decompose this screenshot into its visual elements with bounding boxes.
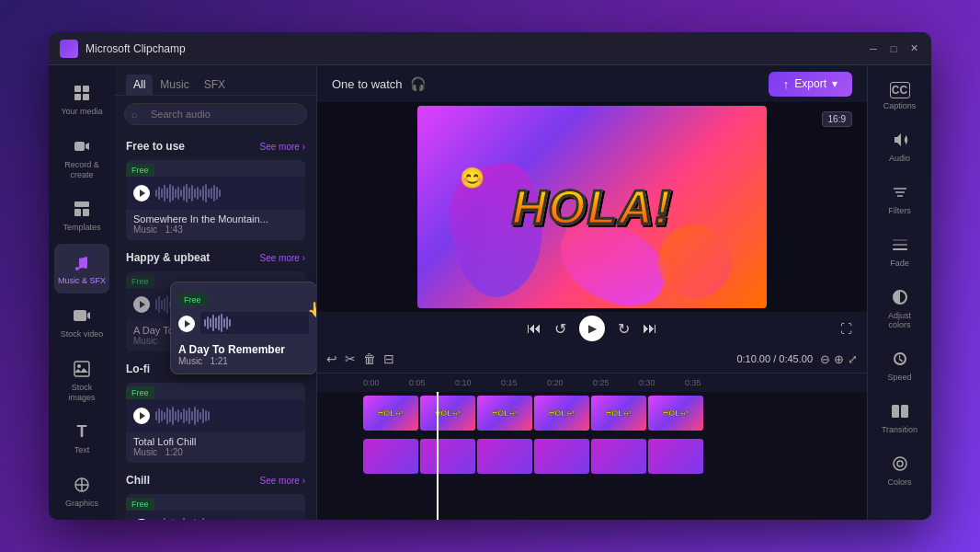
track-card-chill[interactable]: Free xyxy=(126,494,305,520)
ruler-mark-0: 0:00 xyxy=(363,378,409,387)
track-waveform-somewhere xyxy=(126,177,305,210)
ruler-mark-30: 0:30 xyxy=(639,378,685,387)
svg-rect-4 xyxy=(74,142,85,151)
text-label: Text xyxy=(74,445,90,455)
audio-search-container: ⌕ xyxy=(115,96,316,132)
tab-all[interactable]: All xyxy=(126,75,153,95)
right-tool-audio[interactable]: Audio xyxy=(874,121,926,170)
zoom-controls: ⊖ ⊕ ⤢ xyxy=(820,352,858,366)
play-button-chill[interactable] xyxy=(133,519,150,520)
track-card-somewhere[interactable]: Free Somewhere In the Mountain... Music … xyxy=(126,160,305,240)
your-media-icon xyxy=(71,82,93,104)
colors-icon xyxy=(889,453,911,475)
delete-button[interactable]: 🗑 xyxy=(363,351,376,366)
forward-button[interactable]: ↻ xyxy=(618,320,630,338)
split-button[interactable]: ✂ xyxy=(345,351,356,366)
svg-rect-18 xyxy=(901,405,908,418)
sidebar-item-music-sfx[interactable]: Music & SFX xyxy=(54,244,109,293)
sidebar-item-text[interactable]: T Text xyxy=(54,413,109,463)
right-tool-adjust-colors[interactable]: Adjust colors xyxy=(874,279,926,337)
sidebar-item-graphics[interactable]: Graphics xyxy=(54,466,109,516)
popup-play-button[interactable] xyxy=(178,316,195,332)
ruler-mark-5: 0:05 xyxy=(409,378,455,387)
see-more-free[interactable]: See more › xyxy=(260,142,305,152)
stock-video-icon xyxy=(71,305,93,327)
svg-rect-5 xyxy=(74,201,89,207)
cursor-pointer-icon: 👆 xyxy=(307,301,316,318)
svg-rect-15 xyxy=(893,244,907,246)
section-title-chill: Chill xyxy=(126,474,150,487)
clip-thumb-6: HOLA! xyxy=(648,396,703,431)
play-button-day[interactable] xyxy=(133,296,150,313)
track-card-lofi[interactable]: Free Total Lofi Chill Music 1:20 xyxy=(126,383,305,463)
transition-icon xyxy=(889,400,911,422)
zoom-out-button[interactable]: ⊖ xyxy=(820,352,830,366)
play-button-lofi[interactable] xyxy=(133,408,150,424)
audio-tabs: All Music SFX xyxy=(115,65,316,96)
ruler-mark-15: 0:15 xyxy=(501,378,547,387)
clip-thumb-4: HOLA! xyxy=(534,396,589,431)
track-waveform-lofi xyxy=(126,399,305,432)
audio-clip-strip[interactable] xyxy=(363,439,731,474)
left-sidebar: Your media Record & create Templates Mus… xyxy=(49,65,115,520)
sidebar-item-templates[interactable]: Templates xyxy=(54,190,109,240)
video-clip-strip[interactable]: HOLA! HOLA! HOLA! HOLA! HOLA! HOLA! xyxy=(363,396,731,431)
play-pause-button[interactable]: ▶ xyxy=(579,316,605,341)
section-title-happy: Happy & upbeat xyxy=(126,251,210,264)
clip-thumb-3: HOLA! xyxy=(477,396,532,431)
audio-track-row xyxy=(363,439,867,479)
audio-list: Free to use See more › Free Somewh xyxy=(115,132,316,520)
graphics-icon xyxy=(71,474,93,496)
right-tool-transition[interactable]: Transition xyxy=(874,393,926,442)
right-tool-fade[interactable]: Fade xyxy=(874,226,926,275)
maximize-button[interactable]: □ xyxy=(887,42,900,55)
sidebar-item-your-media[interactable]: Your media xyxy=(54,75,109,124)
search-input[interactable] xyxy=(124,103,307,125)
sidebar-item-stock-images[interactable]: Stock images xyxy=(54,351,109,410)
sidebar-item-stock-video[interactable]: Stock video xyxy=(54,297,109,347)
right-tool-speed[interactable]: Speed xyxy=(874,340,926,389)
sidebar-item-record[interactable]: Record & create xyxy=(54,128,109,188)
filters-icon xyxy=(889,181,911,203)
zoom-in-button[interactable]: ⊕ xyxy=(834,352,844,366)
skip-forward-button[interactable]: ⏭ xyxy=(643,320,657,337)
headphone-icon: 🎧 xyxy=(410,76,426,91)
smiley-icon: 😊 xyxy=(460,167,484,190)
audio-tool-icon xyxy=(889,129,911,151)
right-tool-colors[interactable]: Colors xyxy=(874,445,926,494)
track-chill: Free xyxy=(115,490,316,520)
play-button-somewhere[interactable] xyxy=(133,185,150,201)
export-label: Export xyxy=(794,77,826,90)
right-tool-filters[interactable]: Filters xyxy=(874,174,926,223)
fit-button[interactable]: ⤢ xyxy=(848,352,858,366)
video-preview: 16:9 HOLA! 😊 xyxy=(317,102,867,312)
close-button[interactable]: ✕ xyxy=(907,42,920,55)
audio-tool-label: Audio xyxy=(889,154,910,163)
fade-icon xyxy=(889,234,911,256)
export-button[interactable]: ↑ Export ▾ xyxy=(769,72,852,97)
free-badge-lofi: Free xyxy=(126,386,154,399)
svg-rect-2 xyxy=(74,94,81,100)
skip-back-button[interactable]: ⏮ xyxy=(527,320,541,337)
tab-sfx[interactable]: SFX xyxy=(197,75,233,95)
rewind-button[interactable]: ↺ xyxy=(554,320,566,338)
clip-thumb-a3 xyxy=(477,439,532,474)
search-icon: ⌕ xyxy=(131,109,138,120)
right-tool-captions[interactable]: CC Captions xyxy=(874,75,926,118)
timeline-toolbar: ↩ ✂ 🗑 ⊟ 0:10.00 / 0:45.00 ⊖ ⊕ ⤢ xyxy=(317,345,867,373)
minimize-button[interactable]: ─ xyxy=(867,42,880,55)
see-more-happy[interactable]: See more › xyxy=(260,253,305,263)
track-lofi-chill: Free Total Lofi Chill Music 1:20 xyxy=(115,379,316,466)
tab-music[interactable]: Music xyxy=(153,75,196,95)
undo-button[interactable]: ↩ xyxy=(326,351,337,366)
aspect-ratio-badge[interactable]: 16:9 xyxy=(822,111,852,127)
video-header: One to watch 🎧 ↑ Export ▾ xyxy=(317,65,867,102)
app-logo xyxy=(60,40,78,58)
captions-label: Captions xyxy=(883,101,917,110)
clip-thumb-2: HOLA! xyxy=(420,396,475,431)
see-more-chill[interactable]: See more › xyxy=(260,476,305,486)
main-content: Your media Record & create Templates Mus… xyxy=(49,65,931,520)
fullscreen-button[interactable]: ⛶ xyxy=(840,322,852,336)
detach-audio-button[interactable]: ⊟ xyxy=(383,351,394,366)
total-time: 0:45.00 xyxy=(779,353,813,364)
